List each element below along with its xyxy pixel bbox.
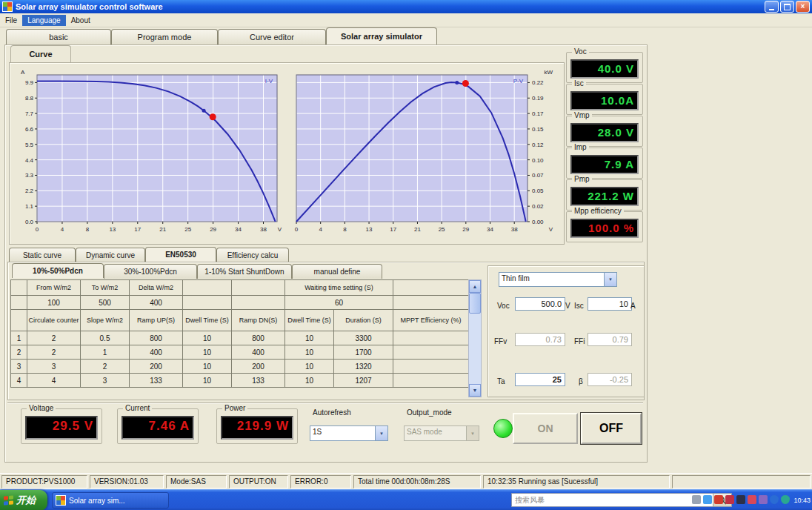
table-cell[interactable]: 3 (27, 360, 81, 374)
svg-text:V: V (278, 226, 282, 233)
scroll-up-button[interactable]: ▲ (469, 280, 481, 293)
menu-language[interactable]: Language (22, 15, 66, 26)
autorefresh-value: 1S (310, 426, 375, 440)
svg-text:38: 38 (511, 226, 518, 233)
tray-shield-icon-2[interactable] (781, 495, 790, 504)
svg-text:17: 17 (134, 226, 141, 233)
param-voc-input[interactable]: 500.0 (515, 297, 565, 311)
output-mode-dropdown[interactable]: SAS mode ▼ (404, 425, 479, 441)
taskbar-clock[interactable]: 10:43 (793, 497, 811, 504)
scroll-down-button[interactable]: ▼ (469, 384, 481, 397)
table-cell[interactable] (393, 360, 469, 374)
svg-text:38: 38 (260, 226, 267, 233)
table-cell[interactable] (393, 374, 469, 388)
table-cell[interactable]: 10 (285, 331, 334, 345)
scrollbar-thumb[interactable] (469, 293, 481, 314)
svg-text:8: 8 (86, 226, 90, 233)
table-cell[interactable]: 1 (81, 345, 130, 360)
on-button[interactable]: ON (513, 413, 578, 444)
delta-value[interactable]: 400 (130, 296, 183, 310)
table-cell[interactable]: 10 (183, 345, 232, 360)
arrow-up-icon: ▲ (473, 284, 478, 289)
maximize-button[interactable] (780, 1, 794, 13)
mpp-efficiency-groupbox: Mpp efficiency 100.0 % (566, 211, 643, 242)
table-cell[interactable]: 4 (27, 374, 81, 388)
table-cell[interactable]: 2 (27, 345, 81, 360)
param-ffv-label: FFv (494, 337, 507, 345)
tray-icon-3[interactable] (714, 495, 723, 504)
tab-curve-editor[interactable]: Curve editor (218, 29, 326, 45)
minimize-icon (769, 9, 774, 10)
tab-static-curve[interactable]: Static curve (9, 248, 76, 262)
table-group-header-row: From W/m2 To W/m2 Delta W/m2 Waiting tim… (11, 280, 469, 296)
table-cell[interactable]: 800 (130, 331, 183, 345)
to-value[interactable]: 500 (81, 296, 130, 310)
minimize-button[interactable] (765, 1, 779, 13)
start-button[interactable]: 开始 (0, 490, 47, 510)
from-value[interactable]: 100 (27, 296, 81, 310)
param-isc-input[interactable]: 10 (588, 297, 632, 311)
param-ffi-input[interactable]: 0.79 (588, 333, 632, 346)
close-button[interactable]: × (796, 1, 810, 13)
svg-text:17: 17 (390, 226, 396, 233)
tab-start-shuntdown[interactable]: 1-10% Start ShuntDown (197, 264, 292, 279)
waiting-value[interactable]: 60 (285, 296, 393, 310)
tab-manual-define[interactable]: manual define (292, 264, 382, 279)
table-cell[interactable]: 1700 (334, 345, 393, 360)
tab-30-100-pdcn[interactable]: 30%-100%Pdcn (104, 264, 197, 279)
table-cell[interactable]: 133 (130, 374, 183, 388)
table-cell[interactable]: 10 (285, 345, 334, 360)
table-cell[interactable] (393, 331, 469, 345)
table-cell[interactable]: 10 (285, 360, 334, 374)
table-cell[interactable]: 10 (183, 374, 232, 388)
tab-curve[interactable]: Curve (10, 45, 71, 63)
tab-dynamic-curve[interactable]: Dynamic curve (76, 248, 145, 262)
pv-type-dropdown[interactable]: Thin film ▼ (499, 272, 617, 287)
table-cell[interactable]: 2 (27, 331, 81, 345)
tray-icon-1[interactable] (692, 495, 701, 504)
taskbar-app-button[interactable]: Solar array sim... (52, 492, 169, 509)
param-ffv-input[interactable]: 0.73 (515, 333, 565, 346)
off-button[interactable]: OFF (581, 413, 642, 444)
col-ramp-dn: Ramp DN(S) (232, 310, 285, 331)
svg-text:4.4: 4.4 (25, 157, 34, 164)
tray-icon-2[interactable] (703, 495, 712, 504)
table-cell[interactable]: 400 (232, 345, 285, 360)
param-ta-input[interactable]: 25 (515, 373, 565, 386)
table-cell[interactable]: 10 (183, 360, 232, 374)
tab-10-50-pdcn[interactable]: 10%-50%Pdcn (12, 263, 104, 278)
table-cell[interactable]: 0.5 (81, 331, 130, 345)
tab-program-mode[interactable]: Program mode (111, 29, 218, 45)
table-cell[interactable]: 3300 (334, 331, 393, 345)
menu-about[interactable]: About (66, 15, 96, 26)
autorefresh-dropdown[interactable]: 1S ▼ (310, 425, 388, 441)
menu-file[interactable]: File (0, 15, 22, 26)
tab-en50530[interactable]: EN50530 (145, 247, 216, 262)
tab-solar-array-simulator[interactable]: Solar array simulator (326, 27, 437, 45)
chevron-down-icon: ▼ (466, 426, 479, 440)
status-product: PRODUCT:PVS1000 (1, 475, 87, 489)
tab-basic[interactable]: basic (6, 29, 111, 45)
tray-icon-7[interactable] (759, 495, 768, 504)
table-cell[interactable]: 1207 (334, 374, 393, 388)
table-cell[interactable]: 3 (81, 374, 130, 388)
tab-efficiency-calcu[interactable]: Efficiency calcu (216, 248, 289, 262)
table-cell[interactable] (393, 345, 469, 360)
table-cell[interactable]: 400 (130, 345, 183, 360)
param-beta-input[interactable]: -0.25 (588, 373, 632, 386)
table-cell[interactable]: 133 (232, 374, 285, 388)
app-icon (56, 495, 66, 506)
tray-shield-icon-1[interactable] (770, 495, 779, 504)
table-cell[interactable]: 2 (81, 360, 130, 374)
tray-icon-6[interactable] (748, 495, 756, 504)
search-input[interactable]: 搜索风暴 (512, 495, 713, 506)
table-cell[interactable]: 1320 (334, 360, 393, 374)
tray-icon-4[interactable] (725, 495, 734, 504)
table-cell[interactable]: 10 (183, 331, 232, 345)
table-cell[interactable]: 10 (285, 374, 334, 388)
table-cell[interactable]: 200 (232, 360, 285, 374)
table-scrollbar[interactable]: ▲ ▼ (468, 279, 482, 397)
table-cell[interactable]: 200 (130, 360, 183, 374)
table-cell[interactable]: 800 (232, 331, 285, 345)
tray-icon-5[interactable] (736, 495, 745, 504)
